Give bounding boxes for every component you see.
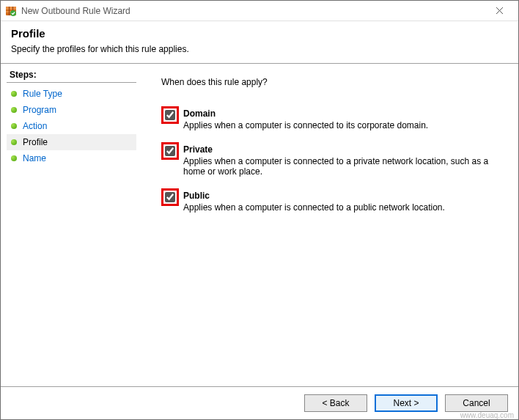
step-profile[interactable]: Profile [7, 134, 136, 150]
step-label: Rule Type [23, 89, 62, 99]
close-icon [496, 7, 504, 15]
cancel-button[interactable]: Cancel [445, 394, 508, 412]
highlight-box [161, 142, 179, 160]
step-bullet-icon [11, 91, 17, 97]
highlight-box [161, 106, 179, 124]
option-text: Private Applies when a computer is conne… [183, 142, 491, 177]
content-panel: When does this rule apply? Domain Applie… [136, 64, 518, 386]
step-label: Action [23, 121, 47, 131]
option-private: Private Applies when a computer is conne… [161, 142, 504, 177]
public-checkbox[interactable] [165, 192, 175, 202]
highlight-box [161, 188, 179, 206]
step-bullet-icon [11, 107, 17, 113]
step-bullet-icon [11, 155, 17, 161]
next-button[interactable]: Next > [375, 394, 438, 412]
private-checkbox[interactable] [165, 146, 175, 156]
option-text: Public Applies when a computer is connec… [183, 188, 445, 213]
step-bullet-icon [11, 139, 17, 145]
option-domain: Domain Applies when a computer is connec… [161, 106, 504, 130]
page-title: Profile [11, 27, 508, 40]
option-text: Domain Applies when a computer is connec… [183, 106, 428, 130]
domain-label: Domain [183, 108, 428, 119]
private-description: Applies when a computer is connected to … [183, 156, 491, 177]
step-bullet-icon [11, 123, 17, 129]
steps-heading: Steps: [7, 68, 136, 83]
public-description: Applies when a computer is connected to … [183, 202, 445, 213]
step-label: Name [23, 153, 46, 163]
svg-rect-1 [6, 7, 16, 10]
public-label: Public [183, 191, 445, 201]
domain-checkbox[interactable] [165, 110, 175, 120]
step-action[interactable]: Action [7, 118, 136, 134]
option-public: Public Applies when a computer is connec… [161, 188, 504, 213]
svg-rect-3 [9, 7, 10, 15]
wizard-header: Profile Specify the profiles for which t… [1, 21, 518, 62]
firewall-app-icon [5, 5, 17, 17]
back-button[interactable]: < Back [304, 394, 367, 412]
step-label: Program [23, 105, 56, 115]
page-subtitle: Specify the profiles for which this rule… [11, 44, 508, 54]
wizard-body: Steps: Rule Type Program Action Profile … [1, 64, 518, 386]
step-rule-type[interactable]: Rule Type [7, 86, 136, 102]
steps-panel: Steps: Rule Type Program Action Profile … [1, 64, 136, 386]
wizard-window: New Outbound Rule Wizard Profile Specify… [0, 0, 519, 420]
window-title: New Outbound Rule Wizard [21, 6, 485, 16]
profile-question: When does this rule apply? [161, 77, 504, 87]
title-bar: New Outbound Rule Wizard [1, 1, 518, 21]
step-label: Profile [23, 137, 48, 147]
step-name[interactable]: Name [7, 150, 136, 166]
domain-description: Applies when a computer is connected to … [183, 120, 428, 130]
close-button[interactable] [485, 1, 514, 21]
private-label: Private [183, 144, 491, 155]
wizard-footer: < Back Next > Cancel [1, 386, 518, 419]
step-program[interactable]: Program [7, 102, 136, 118]
